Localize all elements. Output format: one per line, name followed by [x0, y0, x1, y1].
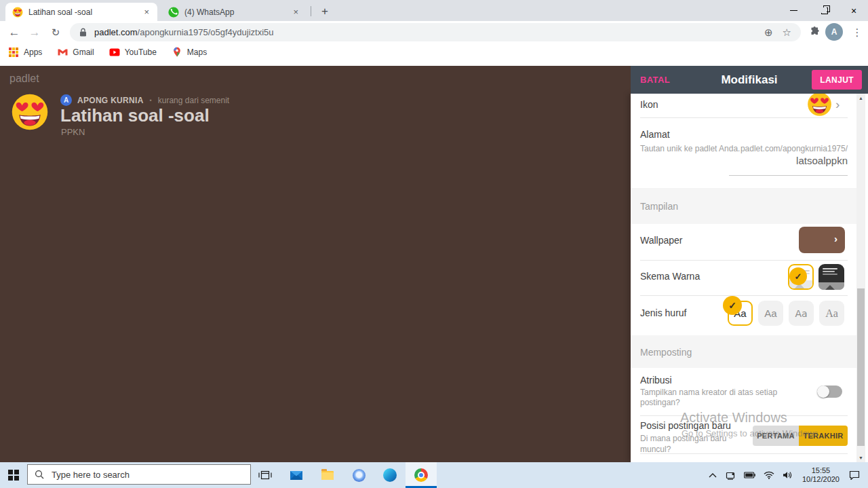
font-option-4[interactable]: Aa [819, 301, 844, 326]
zoom-page-icon[interactable]: ⊕ [764, 26, 773, 39]
tab-title: Latihan soal -soal [28, 7, 142, 17]
window-minimize-button[interactable] [778, 0, 809, 21]
selected-check-icon: ✓ [789, 267, 807, 285]
cancel-button[interactable]: BATAL [640, 66, 670, 94]
wallpaper-chevron-icon: › [834, 233, 837, 244]
window-close-button[interactable]: × [840, 0, 868, 21]
start-button[interactable] [0, 462, 27, 488]
address-label: Alamat [640, 129, 670, 140]
bookmark-gmail[interactable]: Gmail [57, 47, 94, 58]
bookmark-star-icon[interactable]: ☆ [783, 26, 791, 39]
lock-icon[interactable] [79, 28, 87, 37]
font-option-3[interactable]: Aa [789, 301, 814, 326]
bookmark-apps[interactable]: Apps [8, 47, 42, 58]
bookmarks-bar: Apps Gmail YouTube Maps [0, 43, 868, 61]
divider [640, 295, 848, 296]
post-position-description: Di mana postingan baru muncul? [640, 433, 749, 455]
wifi-icon[interactable] [764, 471, 774, 479]
bookmark-youtube[interactable]: YouTube [109, 47, 157, 58]
bookmark-maps[interactable]: Maps [172, 47, 207, 58]
window-restore-button[interactable] [809, 0, 840, 21]
address-input-underline [729, 175, 848, 176]
new-tab-button[interactable]: + [316, 3, 334, 20]
taskbar-search-input[interactable] [50, 469, 222, 481]
color-scheme-dark-option[interactable] [818, 264, 844, 290]
bookmark-label: Apps [24, 48, 42, 57]
bookmark-label: Gmail [73, 48, 94, 57]
panel-scrollbar[interactable]: ▲ ▼ [856, 94, 865, 462]
browser-menu-icon[interactable]: ⋮ [849, 24, 865, 41]
font-option-2[interactable]: Aa [758, 301, 783, 326]
gmail-icon [57, 47, 68, 58]
post-position-last-button-selected[interactable]: TERAKHIR [799, 426, 848, 446]
forward-button[interactable]: → [26, 24, 43, 41]
taskbar-clock[interactable]: 15:55 10/12/2020 [802, 466, 840, 484]
refresh-button[interactable]: ↻ [47, 24, 64, 41]
search-icon [35, 470, 44, 479]
url-path: /apongkurnia1975/o5gf4ydujiztxi5u [138, 27, 274, 37]
edge-browser-button[interactable] [374, 462, 406, 488]
icon-row-chevron[interactable]: › [835, 97, 840, 112]
padlet-logo[interactable]: padlet [9, 73, 39, 85]
restore-icon [821, 7, 828, 14]
browser-tab-whatsapp[interactable]: (4) WhatsApp × [161, 3, 307, 21]
toggle-knob [817, 386, 829, 398]
chrome-icon [414, 468, 428, 482]
attribution-label: Atribusi [640, 375, 672, 386]
task-view-button[interactable] [250, 462, 281, 488]
board-timestamp: kurang dari semenit [158, 96, 229, 105]
file-explorer-button[interactable] [312, 462, 343, 488]
section-posting: Memposting [631, 335, 857, 368]
battery-icon[interactable] [744, 472, 755, 478]
attribution-toggle-off[interactable] [817, 386, 842, 398]
tab-close-icon[interactable]: × [292, 7, 300, 17]
taskbar-search-box[interactable] [27, 464, 251, 485]
divider [640, 415, 848, 416]
browser-profile-avatar[interactable]: A [825, 23, 843, 41]
action-center-icon[interactable] [849, 470, 860, 480]
browser-toolbar: ← → ↻ padlet.com/apongkurnia1975/o5gf4yd… [0, 21, 868, 43]
tablet-mode-icon[interactable] [725, 471, 736, 480]
maps-pin-icon [172, 47, 182, 58]
post-position-first-button[interactable]: PERTAMA [753, 426, 799, 446]
next-button[interactable]: LANJUT [812, 70, 862, 90]
windows-logo-icon [8, 470, 19, 481]
volume-icon[interactable] [783, 471, 793, 479]
cortana-icon [353, 469, 366, 482]
mail-app-button[interactable] [281, 462, 312, 488]
color-scheme-light-option[interactable]: ✓ [788, 264, 814, 290]
system-tray: 15:55 10/12/2020 [705, 462, 864, 488]
extensions-puzzle-icon[interactable] [809, 26, 821, 37]
board-icon-preview[interactable] [807, 94, 832, 117]
url-domain: padlet.com [94, 27, 138, 37]
browser-tab-strip: Latihan soal -soal × (4) WhatsApp × + × [0, 0, 868, 21]
scroll-up-icon[interactable]: ▲ [856, 96, 865, 100]
scroll-down-icon[interactable]: ▼ [856, 455, 865, 460]
author-avatar: A [60, 94, 72, 106]
scrollbar-thumb[interactable] [857, 288, 865, 446]
whatsapp-favicon [168, 7, 179, 18]
divider [640, 117, 848, 118]
clock-time: 15:55 [802, 466, 840, 475]
font-label: Jenis huruf [640, 307, 686, 318]
address-bar[interactable]: padlet.com/apongkurnia1975/o5gf4ydujiztx… [70, 23, 801, 41]
tab-separator [311, 6, 311, 16]
attribution-description: Tampilkan nama kreator di atas setiap po… [640, 388, 802, 408]
address-slug-input[interactable] [732, 155, 848, 166]
browser-tab-padlet[interactable]: Latihan soal -soal × [5, 3, 157, 21]
modify-panel-header: Modifikasi BATAL LANJUT [631, 66, 868, 94]
minimize-icon [790, 10, 797, 11]
tray-chevron-up-icon[interactable] [709, 473, 717, 478]
back-button[interactable]: ← [5, 24, 23, 41]
task-view-icon [258, 470, 272, 481]
mail-icon [290, 470, 303, 481]
wallpaper-swatch-button[interactable]: › [799, 227, 845, 253]
tab-close-icon[interactable]: × [142, 7, 151, 17]
address-url-prefix: padlet.com/apongkurnia1975/ [741, 144, 848, 153]
section-posting-label: Memposting [640, 347, 692, 358]
tab-title: (4) WhatsApp [184, 7, 292, 17]
chrome-browser-button-active[interactable] [406, 462, 437, 488]
cortana-app-button[interactable] [343, 462, 374, 488]
post-position-label: Posisi postingan baru [640, 420, 731, 431]
padlet-emoji-favicon [12, 7, 23, 18]
